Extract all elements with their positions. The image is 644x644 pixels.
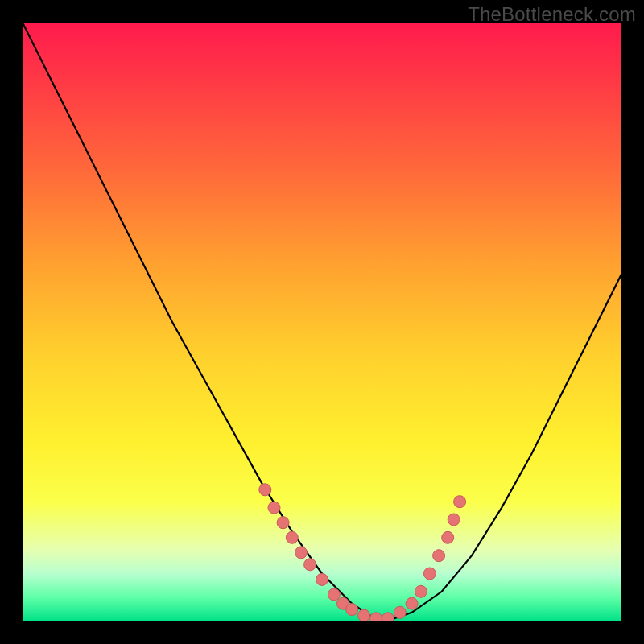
highlight-dot (442, 531, 454, 543)
highlight-dot (370, 613, 382, 621)
highlight-dot (268, 502, 280, 514)
curve-line (23, 23, 621, 618)
highlight-dot (346, 604, 358, 616)
highlight-dot (423, 568, 436, 580)
highlight-dot (328, 588, 340, 601)
highlight-dot (382, 613, 394, 621)
highlight-dot (406, 597, 418, 609)
highlight-dot (415, 585, 427, 597)
highlight-dot (433, 550, 445, 562)
highlight-dot (286, 531, 298, 543)
highlight-dot (277, 517, 289, 529)
plot-area (23, 23, 621, 621)
bottleneck-curve (23, 23, 621, 621)
highlight-dots (259, 484, 466, 621)
highlight-dot (295, 547, 308, 559)
highlight-dot (454, 496, 466, 508)
watermark-text: TheBottleneck.com (468, 3, 636, 26)
chart-frame: TheBottleneck.com (0, 0, 644, 644)
highlight-dot (358, 609, 370, 621)
highlight-dot (259, 484, 271, 496)
highlight-dot (394, 606, 406, 618)
highlight-dot (316, 573, 328, 585)
highlight-dot (304, 559, 316, 571)
highlight-dot (448, 514, 460, 526)
